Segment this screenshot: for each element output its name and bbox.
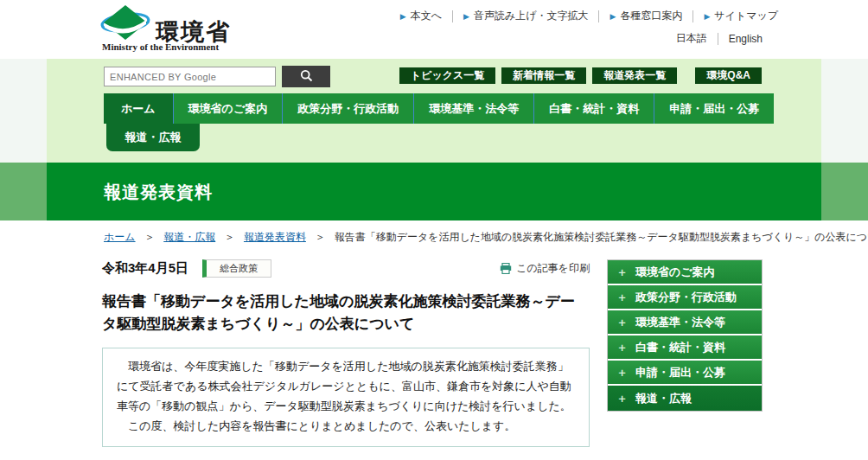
plus-icon: ＋ xyxy=(616,265,628,280)
plus-icon: ＋ xyxy=(616,315,628,330)
sidebar-item-press[interactable]: ＋ 報道・広報 xyxy=(608,386,762,411)
sidebar-item-whitepaper[interactable]: ＋ 白書・統計・資料 xyxy=(608,335,762,361)
quick-link-press-list[interactable]: 報道発表一覧 xyxy=(592,67,677,84)
breadcrumb: ホーム ＞ 報道・広報 ＞ 報道発表資料 ＞ 報告書「移動データを活用した地域の… xyxy=(0,220,868,245)
article-body: 環境省は、今年度実施した「移動データを活用した地域の脱炭素化施策検討委託業務」に… xyxy=(102,348,590,447)
language-switch: 日本語 English xyxy=(400,31,763,46)
article-paragraph: 環境省は、今年度実施した「移動データを活用した地域の脱炭素化施策検討委託業務」に… xyxy=(117,356,575,416)
search-input[interactable] xyxy=(104,67,276,86)
nav-item-applications[interactable]: 申請・届出・公募 xyxy=(654,93,774,124)
lang-english[interactable]: English xyxy=(729,33,763,45)
quick-links: トピックス一覧 新着情報一覧 報道発表一覧 環境Q&A xyxy=(393,67,762,84)
sidebar-item-label: 政策分野・行政活動 xyxy=(635,290,737,305)
content-area: 令和3年4月5日 総合政策 この記事を印刷 報告書「移動データを活用した地域の脱… xyxy=(102,259,763,447)
plus-icon: ＋ xyxy=(616,290,628,305)
header-green-band: トピックス一覧 新着情報一覧 報道発表一覧 環境Q&A ホーム 環境省のご案内 … xyxy=(0,59,868,163)
arrow-icon: ▶ xyxy=(463,12,469,21)
breadcrumb-separator: ＞ xyxy=(144,231,155,243)
sidebar-item-standards[interactable]: ＋ 環境基準・法令等 xyxy=(608,310,762,335)
header-utility-area: ▶ 本文へ ▶ 音声読み上げ・文字拡大 ▶ 各種窓口案内 ▶ サイトマップ 日本… xyxy=(400,9,778,46)
breadcrumb-press[interactable]: 報道・広報 xyxy=(163,231,215,243)
nav-item-about[interactable]: 環境省のご案内 xyxy=(173,93,283,124)
page-banner: 報道発表資料 xyxy=(0,163,868,220)
divider xyxy=(692,10,693,22)
sidebar-item-label: 環境基準・法令等 xyxy=(635,315,725,330)
nav-item-home[interactable]: ホーム xyxy=(104,93,173,124)
nav-item-press[interactable]: 報道・広報 xyxy=(106,124,200,151)
arrow-icon: ▶ xyxy=(704,12,710,21)
article-date: 令和3年4月5日 xyxy=(102,260,188,277)
article: 令和3年4月5日 総合政策 この記事を印刷 報告書「移動データを活用した地域の脱… xyxy=(102,259,590,447)
nav-item-policy[interactable]: 政策分野・行政活動 xyxy=(282,93,413,124)
sidebar-item-applications[interactable]: ＋ 申請・届出・公募 xyxy=(608,361,762,386)
breadcrumb-current: 報告書「移動データを活用した地域の脱炭素化施策検討委託業務～データ駆動型脱炭素ま… xyxy=(335,231,868,243)
nav-item-standards[interactable]: 環境基準・法令等 xyxy=(413,93,533,124)
sidebar-item-about[interactable]: ＋ 環境省のご案内 xyxy=(608,260,762,285)
category-badge[interactable]: 総合政策 xyxy=(202,259,271,278)
sidebar-item-label: 白書・統計・資料 xyxy=(635,340,725,355)
article-title: 報告書「移動データを活用した地域の脱炭素化施策検討委託業務～データ駆動型脱炭素ま… xyxy=(102,291,590,336)
site-header: 環境省 Ministry of the Environment ▶ 本文へ ▶ … xyxy=(0,0,868,59)
sidebar-item-label: 環境省のご案内 xyxy=(635,265,715,280)
page: 環境省 Ministry of the Environment ▶ 本文へ ▶ … xyxy=(0,0,868,460)
quick-link-topics[interactable]: トピックス一覧 xyxy=(399,67,495,84)
divider xyxy=(718,33,718,45)
quick-link-new-info[interactable]: 新着情報一覧 xyxy=(501,67,586,84)
sidebar-item-policy[interactable]: ＋ 政策分野・行政活動 xyxy=(608,285,762,310)
article-meta-row: 令和3年4月5日 総合政策 この記事を印刷 xyxy=(102,259,590,278)
search-button[interactable] xyxy=(282,66,330,87)
breadcrumb-home[interactable]: ホーム xyxy=(104,231,136,243)
plus-icon: ＋ xyxy=(616,340,628,355)
plus-icon: ＋ xyxy=(616,365,628,380)
divider xyxy=(452,10,453,22)
logo-subtitle: Ministry of the Environment xyxy=(102,42,219,52)
link-sitemap[interactable]: サイトマップ xyxy=(714,9,778,23)
print-label: この記事を印刷 xyxy=(516,261,590,276)
link-contact-list[interactable]: 各種窓口案内 xyxy=(620,9,682,23)
quick-link-env-qa[interactable]: 環境Q&A xyxy=(695,67,762,84)
link-skip-to-content[interactable]: 本文へ xyxy=(411,9,442,23)
breadcrumb-press-materials[interactable]: 報道発表資料 xyxy=(244,231,306,243)
arrow-icon: ▶ xyxy=(610,12,616,21)
sidebar-item-label: 報道・広報 xyxy=(635,391,692,406)
sidebar-menu: ＋ 環境省のご案内 ＋ 政策分野・行政活動 ＋ 環境基準・法令等 ＋ 白書・統計… xyxy=(607,259,763,412)
lang-japanese[interactable]: 日本語 xyxy=(676,31,707,46)
utility-links: ▶ 本文へ ▶ 音声読み上げ・文字拡大 ▶ 各種窓口案内 ▶ サイトマップ xyxy=(400,9,778,23)
plus-icon: ＋ xyxy=(616,391,628,406)
page-banner-title: 報道発表資料 xyxy=(104,181,213,204)
article-paragraph: この度、検討した内容を報告書にとりまとめましたので、公表いたします。 xyxy=(117,416,575,436)
nav-item-whitepaper[interactable]: 白書・統計・資料 xyxy=(533,93,654,124)
arrow-icon: ▶ xyxy=(400,12,406,21)
divider xyxy=(598,10,599,22)
magnifier-icon xyxy=(300,69,313,85)
print-article-link[interactable]: この記事を印刷 xyxy=(500,261,590,276)
breadcrumb-separator: ＞ xyxy=(315,231,325,243)
printer-icon xyxy=(500,263,512,274)
moe-home-logo[interactable]: 環境省 Ministry of the Environment xyxy=(100,4,231,48)
sidebar-item-label: 申請・届出・公募 xyxy=(635,365,725,380)
link-accessibility[interactable]: 音声読み上げ・文字拡大 xyxy=(474,9,589,23)
moe-logo-icon xyxy=(100,4,150,46)
main-nav: ホーム 環境省のご案内 政策分野・行政活動 環境基準・法令等 白書・統計・資料 … xyxy=(104,93,774,124)
breadcrumb-separator: ＞ xyxy=(225,231,235,243)
